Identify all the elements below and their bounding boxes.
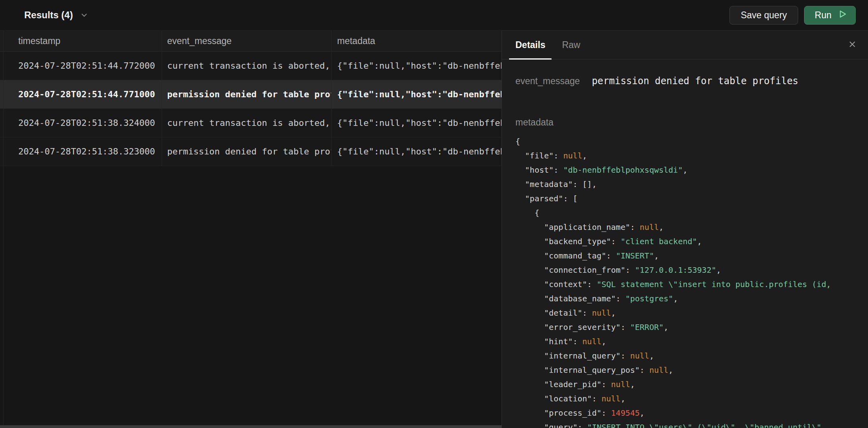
cell-timestamp: 2024-07-28T02:51:44.772000 <box>3 52 162 80</box>
run-button[interactable]: Run <box>804 6 856 25</box>
log-details-panel: Details Raw event_message permission den… <box>502 31 868 428</box>
event-message-value: permission denied for table profiles <box>592 74 798 88</box>
table-left-divider <box>3 31 4 428</box>
cell-event-message: permission denied for table profiles <box>162 137 331 166</box>
metadata-json: { "file": null, "host": "db-nenbffeblpoh… <box>515 134 868 428</box>
details-content: event_message permission denied for tabl… <box>502 60 868 428</box>
play-icon <box>837 9 847 21</box>
results-dropdown[interactable]: Results (4) <box>24 10 89 21</box>
run-button-label: Run <box>815 10 831 21</box>
cell-event-message: current transaction is aborted, commands… <box>162 109 331 137</box>
close-icon <box>847 39 857 51</box>
details-tabbar: Details Raw <box>502 31 868 60</box>
close-panel-button[interactable] <box>845 38 859 52</box>
chevron-down-icon <box>79 10 89 20</box>
cell-event-message: current transaction is aborted, commands… <box>162 52 331 80</box>
results-count-label: Results (4) <box>24 10 73 21</box>
metadata-label: metadata <box>515 117 868 128</box>
cell-event-message: permission denied for table profiles <box>162 80 331 108</box>
tab-raw[interactable]: Raw <box>556 31 586 59</box>
column-header-event-message: event_message <box>162 31 331 51</box>
cell-timestamp: 2024-07-28T02:51:38.323000 <box>3 137 162 166</box>
save-query-button[interactable]: Save query <box>729 6 798 25</box>
cell-timestamp: 2024-07-28T02:51:38.324000 <box>3 109 162 137</box>
cell-timestamp: 2024-07-28T02:51:44.771000 <box>3 80 162 108</box>
column-header-timestamp: timestamp <box>3 31 162 51</box>
tab-details[interactable]: Details <box>509 31 552 59</box>
event-message-label: event_message <box>515 74 580 88</box>
toolbar: Results (4) Save query Run <box>0 0 868 31</box>
event-message-field: event_message permission denied for tabl… <box>515 74 868 88</box>
horizontal-scrollbar[interactable] <box>0 425 502 428</box>
